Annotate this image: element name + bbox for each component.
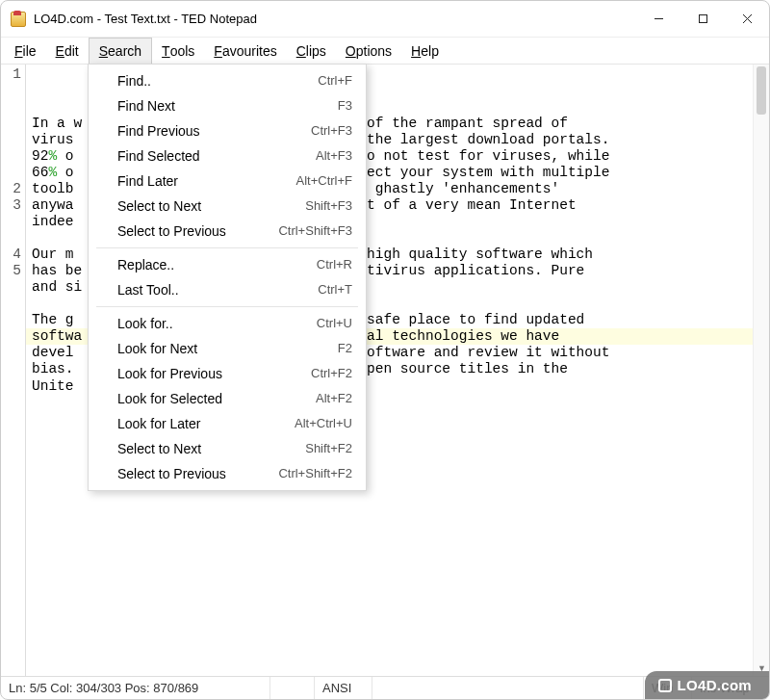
maximize-button[interactable]	[680, 1, 725, 38]
svg-rect-0	[699, 15, 706, 23]
menu-favourites[interactable]: Favourites	[204, 38, 286, 64]
menu-item-select-to-next[interactable]: Select to NextShift+F3	[89, 194, 366, 219]
line-number: 5	[1, 263, 21, 279]
menu-separator	[96, 306, 358, 307]
menu-item-look-for-selected[interactable]: Look for SelectedAlt+F2	[89, 386, 366, 411]
menu-item-find-previous[interactable]: Find PreviousCtrl+F3	[89, 118, 366, 143]
status-position: Ln: 5/5 Col: 304/303 Pos: 870/869	[1, 677, 270, 699]
menu-item-look-for[interactable]: Look for..Ctrl+U	[89, 311, 366, 336]
status-encoding: ANSI	[315, 677, 372, 699]
menu-item-replace[interactable]: Replace..Ctrl+R	[89, 252, 366, 277]
menu-item-last-tool[interactable]: Last Tool..Ctrl+T	[89, 277, 366, 302]
menu-edit[interactable]: Edit	[46, 38, 89, 64]
titlebar: LO4D.com - Test Text.txt - TED Notepad	[1, 1, 769, 38]
minimize-button[interactable]	[636, 1, 680, 38]
scroll-thumb[interactable]	[757, 66, 766, 115]
menu-options[interactable]: Options	[336, 38, 401, 64]
menu-clips[interactable]: Clips	[287, 38, 336, 64]
window-title: LO4D.com - Test Text.txt - TED Notepad	[34, 12, 257, 26]
menu-separator	[96, 247, 358, 248]
menubar: FileEditSearchToolsFavouritesClipsOption…	[1, 38, 769, 65]
menu-item-select-to-previous[interactable]: Select to PreviousCtrl+Shift+F2	[89, 461, 366, 486]
menu-item-look-for-next[interactable]: Look for NextF2	[89, 336, 366, 361]
menu-item-find-selected[interactable]: Find SelectedAlt+F3	[89, 143, 366, 169]
menu-item-find-next[interactable]: Find NextF3	[89, 93, 366, 118]
menu-item-find-later[interactable]: Find LaterAlt+Ctrl+F	[89, 169, 366, 194]
vertical-scrollbar[interactable]: ▲ ▼	[753, 65, 769, 676]
line-number: 3	[1, 197, 21, 214]
menu-help[interactable]: Help	[401, 38, 449, 64]
menu-item-look-for-previous[interactable]: Look for PreviousCtrl+F2	[89, 361, 366, 386]
menu-file[interactable]: File	[5, 38, 46, 64]
menu-search[interactable]: Search	[89, 38, 152, 64]
watermark-icon	[658, 679, 672, 692]
line-number: 1	[1, 66, 21, 83]
line-number: 4	[1, 246, 21, 263]
close-button[interactable]	[725, 1, 769, 38]
watermark: LO4D.com	[645, 671, 769, 699]
line-number-gutter: 1 23 45	[1, 65, 26, 676]
line-number: 2	[1, 181, 21, 197]
menu-item-find[interactable]: Find..Ctrl+F	[89, 68, 366, 93]
search-menu-dropdown: Find..Ctrl+FFind NextF3Find PreviousCtrl…	[88, 64, 367, 491]
watermark-text: LO4D.com	[678, 677, 752, 693]
menu-item-select-to-previous[interactable]: Select to PreviousCtrl+Shift+F3	[89, 219, 366, 244]
menu-item-select-to-next[interactable]: Select to NextShift+F2	[89, 436, 366, 461]
menu-item-look-for-later[interactable]: Look for LaterAlt+Ctrl+U	[89, 411, 366, 436]
app-icon	[11, 12, 26, 27]
menu-tools[interactable]: Tools	[152, 38, 204, 64]
